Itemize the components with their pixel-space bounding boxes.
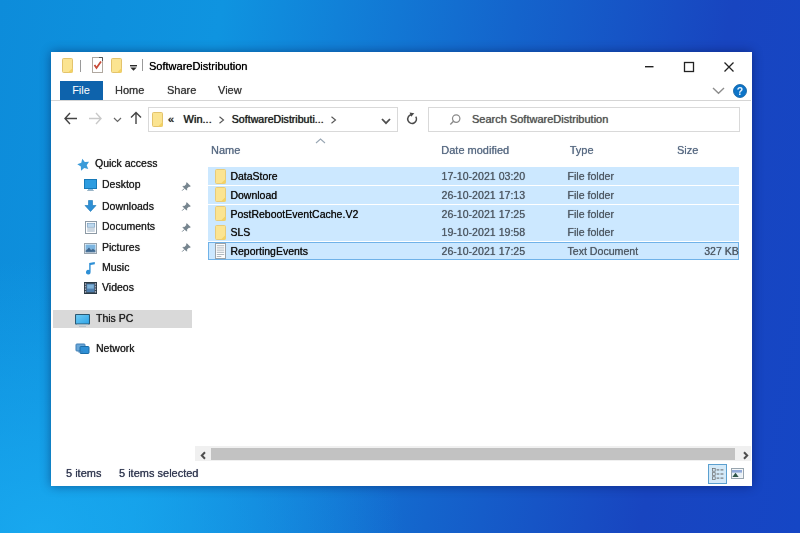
svg-text:?: ? [737, 84, 743, 96]
